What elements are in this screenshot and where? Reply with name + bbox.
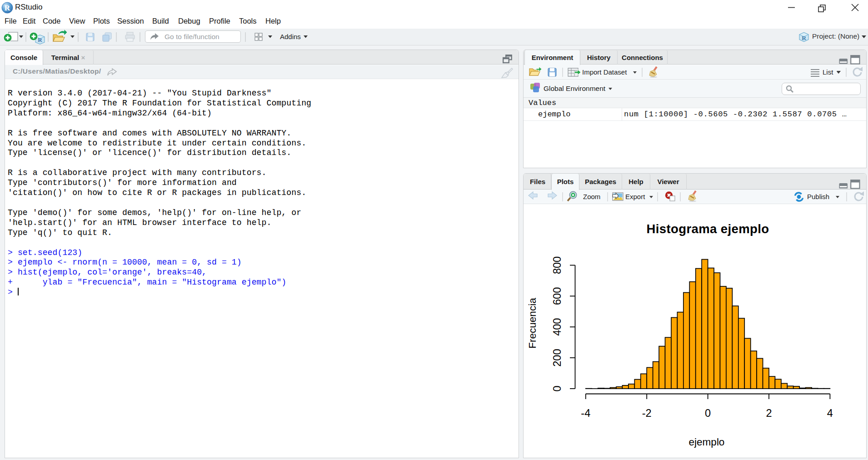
svg-text:R: R <box>802 35 806 41</box>
svg-text:2: 2 <box>766 407 772 419</box>
svg-text:-2: -2 <box>642 407 652 419</box>
svg-text:4: 4 <box>827 407 833 419</box>
svg-text:400: 400 <box>551 318 563 336</box>
svg-text:200: 200 <box>551 349 563 367</box>
svg-text:0: 0 <box>551 385 563 391</box>
svg-text:800: 800 <box>551 256 563 274</box>
svg-text:0: 0 <box>705 407 711 419</box>
svg-text:R: R <box>38 36 42 43</box>
svg-text:ejemplo: ejemplo <box>689 436 725 448</box>
svg-text:Frecuencia: Frecuencia <box>527 298 538 349</box>
svg-text:600: 600 <box>551 287 563 305</box>
svg-text:-4: -4 <box>581 407 590 419</box>
svg-text:R: R <box>5 4 10 12</box>
svg-text:Histograma ejemplo: Histograma ejemplo <box>646 222 769 236</box>
